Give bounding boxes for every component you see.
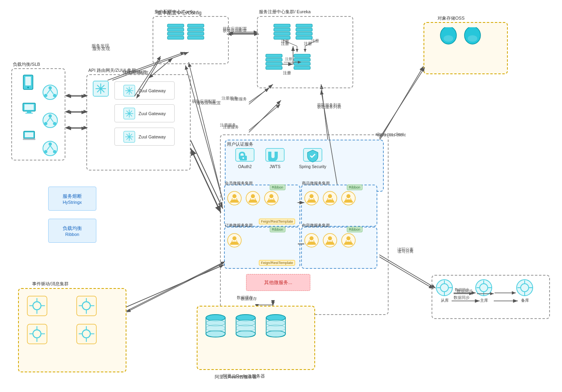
member-cluster-title: 会员微服务集群 (225, 181, 253, 186)
svg-line-259 (126, 262, 225, 311)
product-ribbon-badge: Ribbon (347, 185, 362, 190)
svg-text:数据同步: 数据同步 (457, 289, 473, 293)
content-cluster-title: 内容微服务集群 (302, 223, 330, 228)
ribbon-lb-label: 负载均衡 (63, 225, 82, 232)
slb-title: 负载均衡/SLB (13, 61, 40, 67)
auth-service-title: 用户认证服务 (227, 141, 253, 147)
svg-rect-50 (274, 32, 290, 35)
cluster-arrow-1 (297, 199, 305, 207)
svg-point-93 (53, 150, 56, 153)
svg-rect-49 (274, 28, 290, 31)
svg-rect-53 (296, 28, 312, 31)
svg-text:获取服务列表: 获取服务列表 (317, 103, 341, 107)
svg-point-79 (49, 86, 52, 89)
svg-text:获取应用配置: 获取应用配置 (192, 99, 216, 104)
svg-point-86 (44, 122, 47, 125)
svg-point-194 (206, 325, 225, 331)
zuul-icon-3 (123, 131, 135, 143)
svg-line-245 (249, 88, 269, 102)
laptop-icon (22, 130, 36, 142)
svg-point-152 (310, 236, 314, 240)
redis-label-text: 阿里云Redis云服务器 (215, 374, 257, 380)
svg-line-253 (379, 67, 425, 138)
svg-rect-51 (274, 36, 290, 39)
svg-rect-43 (167, 36, 184, 39)
api-gw-main-icon (92, 80, 109, 97)
svg-point-91 (49, 142, 52, 146)
svg-rect-59 (266, 66, 282, 69)
svg-line-258 (126, 263, 224, 312)
oauth2-label: OAuth2 (238, 165, 252, 169)
oss-icon-1 (438, 27, 460, 49)
zuul-gateway-3: Zuul Gateway (114, 128, 175, 146)
svg-point-138 (328, 194, 332, 198)
eureka-icon-3 (265, 52, 283, 70)
api-gateway-title: API 路由网关/ZUUL集群 (88, 67, 136, 73)
oauth2-icon: OAuth2 (235, 148, 255, 169)
svg-point-122 (232, 194, 236, 198)
feign-badge-2: Feign/RestTemplate (259, 260, 295, 266)
spring-security-label: Spring Security (299, 165, 326, 169)
svg-point-70 (27, 87, 29, 88)
svg-rect-48 (274, 24, 290, 27)
svg-text:读写分离: 读写分离 (397, 247, 413, 252)
svg-rect-41 (167, 28, 184, 31)
svg-rect-47 (187, 36, 204, 39)
ribbon-box: 负载均衡 Ribbon (48, 219, 96, 243)
register-label-3: 注册 (283, 70, 291, 76)
slb-lb-icon-1 (42, 84, 58, 100)
order-ribbon-badge: Ribbon (270, 227, 285, 232)
product-cluster-title: 商品微服务集群 (302, 181, 330, 186)
svg-text:注册服务: 注册服务 (222, 96, 238, 100)
config-icon-1 (167, 22, 185, 40)
cluster-arrow-2 (297, 240, 305, 248)
feign-badge-1: Feign/RestTemplate (259, 219, 295, 224)
slave-db-label: 从库 (441, 298, 449, 303)
product-icons (304, 191, 356, 206)
content-ribbon-badge: Ribbon (347, 227, 362, 232)
svg-line-251 (191, 148, 221, 213)
zuul-gateway-1: Zuul Gateway (114, 81, 175, 100)
svg-rect-55 (296, 36, 312, 39)
slb-lb-icon-2 (42, 112, 58, 128)
mq-icons (26, 295, 118, 345)
svg-point-200 (236, 325, 255, 331)
mobile-icon (22, 74, 34, 90)
svg-point-130 (269, 194, 273, 198)
svg-text:注册服务: 注册服务 (220, 123, 236, 127)
svg-point-118 (242, 157, 244, 159)
svg-point-87 (53, 122, 56, 125)
member-ribbon-badge: Ribbon (270, 185, 285, 190)
zuul-gateway-2: Zuul Gateway (114, 104, 175, 122)
svg-point-126 (251, 194, 255, 198)
register-label-2: 注册 (304, 41, 312, 47)
zuul-label-1: Zuul Gateway (138, 88, 166, 93)
svg-point-206 (266, 325, 285, 331)
svg-text:获取应用配置: 获取应用配置 (197, 101, 221, 105)
jwts-icon: JWTS (265, 148, 285, 169)
svg-rect-40 (167, 24, 184, 27)
architecture-diagram: 服务发现 获取应用配置 获取应用配置 获取应用配置 注册服务 注册 注册 获取服… (0, 0, 562, 392)
ribbon-lb-sublabel: Ribbon (65, 232, 79, 237)
svg-rect-45 (187, 28, 204, 31)
svg-point-65 (444, 35, 453, 42)
svg-text:服务发现: 服务发现 (92, 46, 110, 51)
order-cluster-title: 订单微服务集群 (225, 223, 253, 228)
svg-rect-58 (266, 62, 282, 65)
svg-text:服务发现: 服务发现 (92, 43, 109, 48)
eureka-icon-1 (273, 22, 291, 40)
hystrix-box: 服务熔断 HyStringx (48, 187, 96, 211)
other-services-box: 其他微服务... (246, 274, 310, 291)
slave-db-icon: 从库 (436, 279, 454, 303)
svg-rect-76 (25, 132, 33, 137)
hystrix-label: 服务熔断 (63, 193, 82, 200)
svg-point-148 (232, 236, 236, 240)
svg-rect-69 (25, 77, 31, 85)
svg-rect-56 (266, 54, 282, 57)
content-icons (304, 233, 356, 248)
zuul-label-3: Zuul Gateway (138, 134, 166, 139)
svg-rect-61 (294, 58, 310, 61)
oss-icon-2 (462, 27, 484, 49)
hystrix-sublabel: HyStringx (63, 200, 82, 205)
member-icons (227, 191, 279, 206)
